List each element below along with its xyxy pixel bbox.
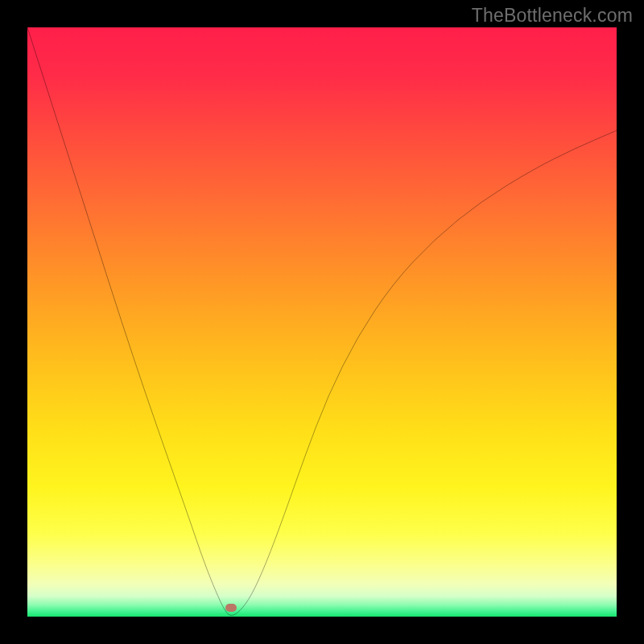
optimal-point-marker <box>225 604 237 612</box>
chart-frame <box>27 27 617 617</box>
svg-rect-0 <box>27 27 617 617</box>
background-gradient <box>27 27 617 617</box>
watermark-text: TheBottleneck.com <box>472 5 633 27</box>
